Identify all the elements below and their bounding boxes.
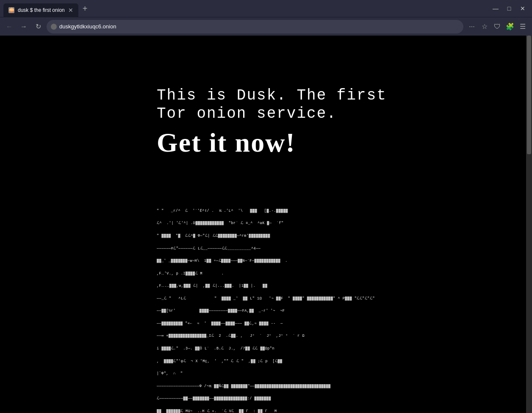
window-controls: — □ ✕: [490, 4, 529, 13]
ascii-art: " " _r/^ ℒ '`'É^ℓ/ . ℼ .'L^ '\ ▓▓▓ [▓.-.…: [157, 192, 526, 413]
headline: This is Dusk. The first Tor onion servic…: [157, 86, 532, 123]
ascii-line-8: ——_ℒ " ^Lℒ " ▓▓▓▓ _' ▓▓ L" 1Ω '~ ▓▓F " ▓…: [157, 297, 479, 301]
headline-line2: Tor onion service.: [157, 105, 532, 123]
ascii-line-2: ℒ^ .'| 'ℒ'^| .D▓▓▓▓▓▓▓▓▓▓▓▓ "br` ℒ ≡_^ ^…: [157, 222, 479, 226]
ascii-line-7: ,F‥.‥▓▓▓,w,▓▓▓ ℒ| ,▓▓ ℒ|...▓▓▓. |1▓▓ |. …: [157, 284, 479, 288]
headline-line1: This is Dusk. The first: [157, 86, 532, 105]
back-button[interactable]: ←: [3, 21, 15, 33]
address-bar[interactable]: [47, 20, 463, 33]
browser-content: This is Dusk. The first Tor onion servic…: [0, 36, 532, 413]
ascii-line-1: " " _r/^ ℒ '`'É^ℓ/ . ℼ .'L^ '\ ▓▓▓ [▓.-.…: [157, 209, 479, 213]
ascii-line-5: ▓▓_' _▓▓▓▓▓▓▓—w—H\ 1▓▓ ÷—ℒ▓▓▓▓———▓▓N—`F—…: [157, 259, 479, 263]
active-tab[interactable]: 🧅 dusk $ the first onion ✕: [3, 3, 78, 17]
address-favicon: [51, 24, 57, 30]
tab-favicon: 🧅: [8, 7, 14, 13]
titlebar: 🧅 dusk $ the first onion ✕ + — □ ✕: [0, 0, 532, 17]
cta-text[interactable]: Get it now!: [157, 127, 532, 158]
ascii-line-10: ——▓▓▓▓▓▓▓▓▓ "«← ≈ ' ▓▓▓▓——▓▓▓▓——— ▓▓ℒ,≈ …: [157, 322, 479, 326]
ascii-line-4: ——————#ℒ"——————ℒ Lℒ__——————ℒℒ__________^…: [157, 247, 479, 251]
ascii-line-15: ——————————————————Φ /¬ℼ ▓▓Ñℒ▓▓ ▓▓▓▓▓▓▓"—…: [157, 385, 479, 389]
forward-button[interactable]: →: [18, 21, 30, 33]
refresh-button[interactable]: ↻: [32, 21, 44, 33]
ascii-line-14: |ˋΦ", ∩ ": [157, 372, 479, 376]
address-input[interactable]: [59, 23, 459, 30]
ascii-line-12: i ▓▓▓▓ℒ." .3—. ▓▓Ō L` .B.ℒ J., /7▓▓ ℒℒ ▓…: [157, 347, 479, 351]
extensions-button[interactable]: 🧩: [504, 21, 516, 33]
nav-right-controls: ··· ☆ 🛡 🧩 ☰: [466, 21, 529, 33]
more-button[interactable]: ···: [466, 21, 478, 33]
ascii-line-11: ——∞ «▓▓▓▓▓▓▓▓▓▓▓▓▓▓▓▓_Iℒ 2 .ℒ▓▓. , J° ` …: [157, 334, 479, 338]
ascii-line-17: ▓▓ ▓▓▓▓▓▓ℒ MU~ ..H ℒ =. `ℒ Vℒ ▓▓ Γ : ▓▓ …: [157, 410, 479, 413]
ascii-line-6: ,F‥'V., p .I▓▓▓▓ℒ M .: [157, 272, 479, 276]
new-tab-button[interactable]: +: [79, 4, 91, 14]
tab-close-button[interactable]: ✕: [68, 7, 73, 13]
ascii-line-13: , ▓▓▓▓ℒ"'φℒ ¬ X 'Mç, ' ,"" ℒ ℒ " ,▓▓ ;ℒ …: [157, 360, 479, 364]
ascii-block: " " _r/^ ℒ '`'É^ℓ/ . ℼ .'L^ '\ ▓▓▓ [▓.-.…: [157, 201, 479, 413]
navigation-bar: ← → ↻ ··· ☆ 🛡 🧩 ☰: [0, 17, 532, 36]
maximize-button[interactable]: □: [503, 4, 515, 13]
tab-bar: 🧅 dusk $ the first onion ✕ +: [3, 0, 91, 17]
menu-button[interactable]: ☰: [517, 21, 529, 33]
minimize-button[interactable]: —: [490, 4, 502, 13]
ascii-line-3: " ▓▓▓▓ "▓ ℒℒ^▓ Φ—"ℒ| ℒℒ▓▓▓▓▓▓▓▓—^rm'▓▓▓▓…: [157, 234, 479, 238]
ascii-line-16: ℒ——————————▓▓——▓▓▓▓▓▓▓——▓▓▓▓▓▓▓▓▓▓▓▓▓▓:/…: [157, 397, 479, 401]
shield-button[interactable]: 🛡: [491, 21, 503, 33]
tab-title: dusk $ the first onion: [18, 7, 65, 13]
ascii-line-9: ——▓▓[½r' ▓▓▓▓————————▓▓▓▓——FΑ,▓▓ _-r' '~…: [157, 309, 479, 313]
page-content: This is Dusk. The first Tor onion servic…: [0, 36, 532, 413]
close-button[interactable]: ✕: [517, 4, 529, 13]
scrollbar[interactable]: [526, 36, 532, 413]
scrollbar-thumb[interactable]: [527, 36, 531, 154]
bookmark-button[interactable]: ☆: [479, 21, 490, 33]
